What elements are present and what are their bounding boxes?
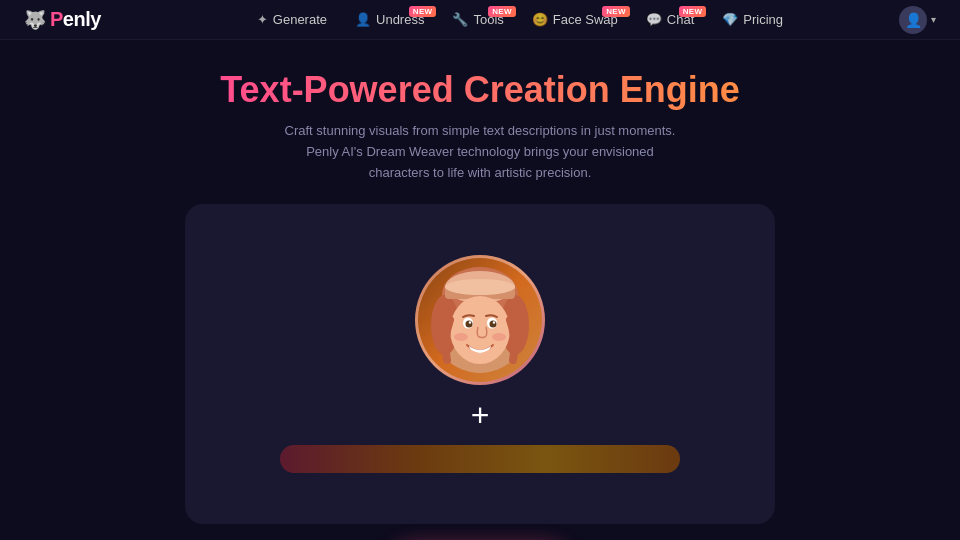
undress-badge: NEW [409, 6, 437, 17]
page-title: Text-Powered Creation Engine [220, 68, 739, 111]
portrait-container [415, 255, 545, 385]
chevron-down-icon[interactable]: ▾ [931, 14, 936, 25]
faceswap-badge: NEW [602, 6, 630, 17]
subtitle-line2: Penly AI's Dream Weaver technology bring… [306, 144, 654, 180]
creation-card: + [185, 204, 775, 524]
nav-item-undress[interactable]: 👤 Undress NEW [345, 8, 434, 31]
nav-right: 👤 ▾ [899, 6, 936, 34]
logo[interactable]: 🐺 Penly [24, 8, 101, 31]
subtitle: Craft stunning visuals from simple text … [280, 121, 680, 183]
svg-point-11 [490, 320, 497, 327]
progress-bar [280, 445, 680, 473]
nav-items: ✦ Generate 👤 Undress NEW 🔧 Tools NEW 😊 F… [141, 8, 899, 31]
portrait-inner [418, 258, 542, 382]
logo-icon: 🐺 [24, 9, 46, 31]
face-illustration [425, 265, 535, 375]
svg-point-15 [492, 333, 506, 341]
main-content: Text-Powered Creation Engine Craft stunn… [0, 40, 960, 540]
generate-label: Generate [273, 12, 327, 27]
pricing-icon: 💎 [722, 12, 738, 27]
svg-point-10 [466, 320, 473, 327]
svg-point-12 [469, 321, 471, 323]
chat-badge: NEW [679, 6, 707, 17]
portrait-ring [415, 255, 545, 385]
svg-point-6 [445, 279, 515, 295]
nav-item-faceswap[interactable]: 😊 Face Swap NEW [522, 8, 628, 31]
navbar: 🐺 Penly ✦ Generate 👤 Undress NEW 🔧 Tools… [0, 0, 960, 40]
pricing-label: Pricing [743, 12, 783, 27]
nav-item-tools[interactable]: 🔧 Tools NEW [442, 8, 513, 31]
subtitle-line1: Craft stunning visuals from simple text … [285, 123, 676, 138]
avatar-icon: 👤 [905, 12, 922, 28]
plus-icon: + [471, 399, 490, 431]
faceswap-icon: 😊 [532, 12, 548, 27]
undress-icon: 👤 [355, 12, 371, 27]
nav-item-chat[interactable]: 💬 Chat NEW [636, 8, 704, 31]
svg-point-14 [454, 333, 468, 341]
generate-icon: ✦ [257, 12, 268, 27]
tools-badge: NEW [488, 6, 516, 17]
chat-icon: 💬 [646, 12, 662, 27]
nav-item-generate[interactable]: ✦ Generate [247, 8, 337, 31]
logo-text: Penly [50, 8, 101, 31]
svg-point-13 [493, 321, 495, 323]
nav-item-pricing[interactable]: 💎 Pricing [712, 8, 793, 31]
svg-point-7 [450, 296, 510, 364]
tools-icon: 🔧 [452, 12, 468, 27]
avatar-button[interactable]: 👤 [899, 6, 927, 34]
